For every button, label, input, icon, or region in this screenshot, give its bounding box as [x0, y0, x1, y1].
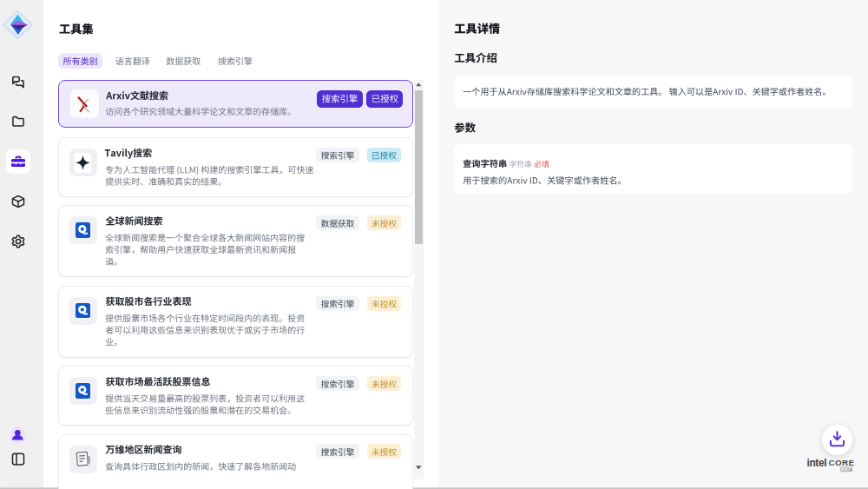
svg-text:intel: intel [807, 457, 827, 469]
svg-text:CORE: CORE [829, 458, 855, 467]
svg-text:ULTRA: ULTRA [842, 468, 852, 472]
